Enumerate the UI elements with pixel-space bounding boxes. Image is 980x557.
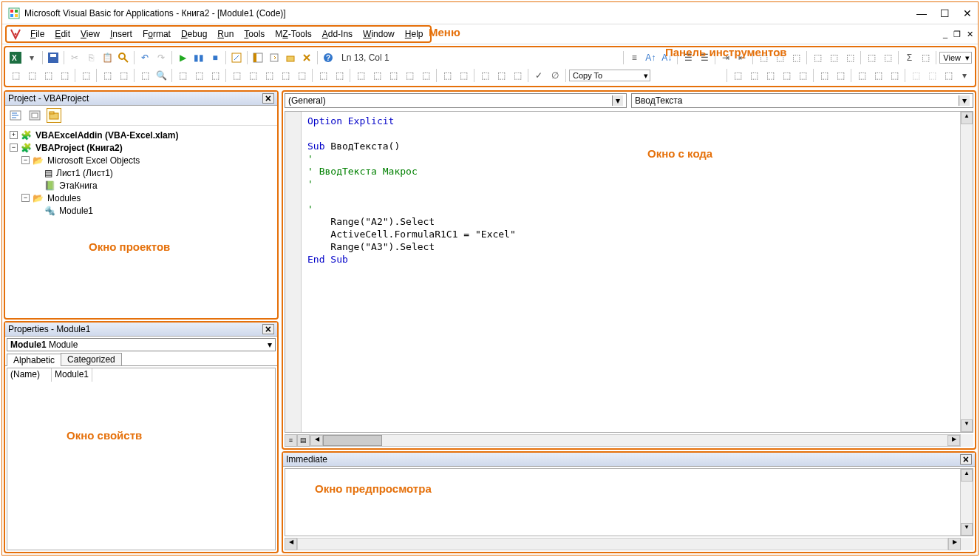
view-dropdown[interactable]: View (939, 52, 972, 64)
tool-a-icon[interactable]: ⬚ (810, 50, 825, 65)
tool-e-icon[interactable]: ⬚ (880, 50, 895, 65)
immediate-text[interactable] (285, 469, 960, 536)
immediate-vscroll[interactable]: ▲ ▼ (960, 469, 973, 536)
t2-r5-icon[interactable]: ⬚ (795, 68, 810, 83)
t2-r10-icon[interactable]: ⬚ (887, 68, 902, 83)
tree-sheet1[interactable]: ▤ Лист1 (Лист1) (10, 166, 273, 179)
t2-10-icon[interactable]: ⬚ (175, 68, 190, 83)
scroll-up-icon[interactable]: ▲ (961, 112, 973, 124)
code-text[interactable]: Option Explicit Sub ВводТекста() ' ' Вво… (302, 112, 960, 432)
t2-r9-icon[interactable]: ⬚ (871, 68, 885, 83)
group1-icon[interactable]: ⬚ (756, 50, 771, 65)
property-value[interactable]: Module1 (52, 368, 92, 382)
design-mode-icon[interactable] (229, 50, 244, 65)
menu-mztools[interactable]: MZ-Tools (270, 27, 316, 41)
t2-14-icon[interactable]: ⬚ (245, 68, 260, 83)
mdi-close[interactable]: ✕ (965, 30, 975, 39)
bullets-icon[interactable]: ☰ (681, 50, 695, 65)
t2-3-icon[interactable]: ⬚ (41, 68, 55, 83)
menu-tools[interactable]: Tools (239, 27, 269, 41)
t2-r8-icon[interactable]: ⬚ (854, 68, 869, 83)
menu-insert[interactable]: Insert (106, 27, 137, 41)
scroll-up-icon[interactable]: ▲ (961, 469, 973, 482)
object-dropdown[interactable]: (General) ▾ (285, 93, 627, 108)
paste-icon[interactable]: 📋 (100, 50, 115, 65)
t2-9-icon[interactable]: 🔍 (154, 68, 169, 83)
t2-r13-icon[interactable]: ⬚ (941, 68, 956, 83)
menu-view[interactable]: View (76, 27, 104, 41)
t2-13-icon[interactable]: ⬚ (229, 68, 244, 83)
view-excel-icon[interactable]: X (8, 50, 23, 65)
toolbox-icon[interactable] (299, 50, 314, 65)
redo-icon[interactable]: ↷ (154, 50, 169, 65)
collapse-icon[interactable]: − (21, 194, 30, 202)
t2-17-icon[interactable]: ⬚ (294, 68, 309, 83)
collapse-icon[interactable]: − (21, 156, 30, 164)
t2-12-icon[interactable]: ⬚ (208, 68, 222, 83)
menu-addins[interactable]: Add-Ins (318, 27, 357, 41)
collapse-icon[interactable]: − (10, 144, 18, 152)
copy-to-dropdown[interactable]: Copy To (569, 70, 650, 81)
menu-file[interactable]: File (26, 27, 49, 41)
t2-19-icon[interactable]: ⬚ (332, 68, 347, 83)
t2-16-icon[interactable]: ⬚ (278, 68, 293, 83)
tree-modules[interactable]: − 📂 Modules (10, 192, 273, 204)
maximize-button[interactable]: ☐ (940, 7, 950, 19)
scroll-left-icon[interactable]: ◀ (285, 538, 297, 550)
full-module-view-icon[interactable]: ▤ (297, 434, 310, 447)
t2-8-icon[interactable]: ⬚ (137, 68, 152, 83)
immediate-close[interactable]: × (960, 454, 972, 465)
t2-23-icon[interactable]: ⬚ (402, 68, 417, 83)
t2-r6-icon[interactable]: ⬚ (817, 68, 831, 83)
t2-26-icon[interactable]: ⬚ (456, 68, 471, 83)
find-icon[interactable] (116, 50, 131, 65)
help-icon[interactable]: ? (321, 50, 336, 65)
run-icon[interactable]: ▶ (175, 50, 190, 65)
tree-excel-objects[interactable]: − 📂 Microsoft Excel Objects (10, 154, 273, 166)
t2-r14-icon[interactable]: ▾ (957, 68, 972, 83)
t2-7-icon[interactable]: ⬚ (116, 68, 131, 83)
project-explorer-icon[interactable] (251, 50, 265, 65)
font-grow-icon[interactable]: A↑ (643, 50, 658, 65)
reset-icon[interactable]: ■ (208, 50, 222, 65)
t2-6-icon[interactable]: ⬚ (100, 68, 115, 83)
t2-1-icon[interactable]: ⬚ (8, 68, 23, 83)
t2-4-icon[interactable]: ⬚ (57, 68, 72, 83)
t2-30-icon[interactable]: ✓ (531, 68, 546, 83)
t2-r7-icon[interactable]: ⬚ (833, 68, 848, 83)
group2-icon[interactable]: ⬚ (772, 50, 787, 65)
scroll-right-icon[interactable]: ▶ (948, 538, 961, 550)
t2-25-icon[interactable]: ⬚ (440, 68, 455, 83)
tool-b-icon[interactable]: ⬚ (826, 50, 841, 65)
expand-icon[interactable]: + (10, 131, 18, 139)
mdi-minimize[interactable]: _ (942, 30, 949, 39)
view-object-icon[interactable] (27, 108, 42, 123)
t2-22-icon[interactable]: ⬚ (386, 68, 401, 83)
t2-31-icon[interactable]: ∅ (548, 68, 562, 83)
t2-r12-icon[interactable]: ⬚ (925, 68, 939, 83)
menu-format[interactable]: Format (138, 27, 175, 41)
menu-window[interactable]: Window (358, 27, 399, 41)
t2-21-icon[interactable]: ⬚ (370, 68, 384, 83)
scroll-down-icon[interactable]: ▼ (961, 419, 973, 432)
t2-27-icon[interactable]: ⬚ (477, 68, 492, 83)
t2-r1-icon[interactable]: ⬚ (730, 68, 745, 83)
copy-icon[interactable]: ⎘ (84, 50, 98, 65)
insert-dropdown-icon[interactable]: ▾ (24, 50, 39, 65)
procedure-dropdown[interactable]: ВводТекста ▾ (631, 93, 973, 108)
menu-run[interactable]: Run (213, 27, 238, 41)
t2-r4-icon[interactable]: ⬚ (779, 68, 794, 83)
t2-r2-icon[interactable]: ⬚ (746, 68, 761, 83)
properties-object-selector[interactable]: Module1 Module ▾ (7, 338, 276, 351)
t2-2-icon[interactable]: ⬚ (24, 68, 39, 83)
scroll-thumb[interactable] (323, 435, 382, 446)
t2-r3-icon[interactable]: ⬚ (763, 68, 777, 83)
sum-icon[interactable]: Σ (902, 50, 916, 65)
t2-28-icon[interactable]: ⬚ (494, 68, 508, 83)
font-shrink-icon[interactable]: A↓ (659, 50, 674, 65)
break-icon[interactable]: ▮▮ (191, 50, 206, 65)
properties-panel-close[interactable]: × (262, 324, 274, 334)
tool-d-icon[interactable]: ⬚ (864, 50, 879, 65)
code-editor[interactable]: Option Explicit Sub ВводТекста() ' ' Вво… (285, 111, 973, 433)
t2-24-icon[interactable]: ⬚ (418, 68, 433, 83)
